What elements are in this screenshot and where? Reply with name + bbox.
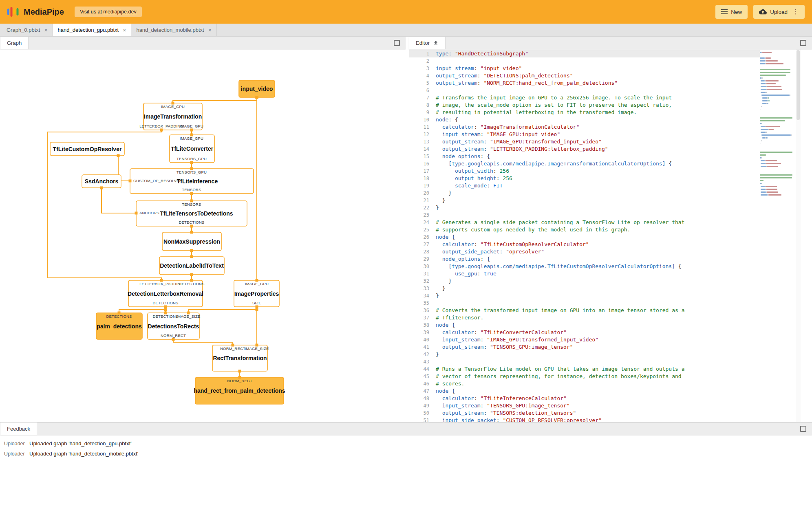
code-line[interactable]: 25# supports custom ops needed by the mo… — [409, 226, 760, 233]
svg-text:IMAGE_GPU: IMAGE_GPU — [180, 124, 203, 128]
code-line[interactable]: 51 input_side_packet: "CUSTOM_OP_RESOLVE… — [409, 417, 760, 422]
code-line[interactable]: 44# Runs a TensorFlow Lite model on GPU … — [409, 365, 760, 373]
graph-node-hand_rect_from_palm_detections[interactable]: hand_rect_from_palm_detectionsNORM_RECT — [194, 377, 285, 404]
svg-text:IMAGE_SIZE: IMAGE_SIZE — [176, 314, 200, 319]
graph-node-DetectionsToRects[interactable]: DetectionsToRectsDETECTIONSIMAGE_SIZENOR… — [148, 313, 201, 339]
code-line[interactable]: 17 output_width: 256 — [409, 167, 760, 175]
mediapipe-dev-link[interactable]: mediapipe.dev — [103, 9, 136, 15]
code-line[interactable]: 32 } — [409, 277, 760, 285]
tab-editor[interactable]: Editor — [409, 37, 446, 49]
code-line[interactable]: 15 node_options: { — [409, 153, 760, 160]
code-line[interactable]: 35 — [409, 299, 760, 307]
tab-feedback[interactable]: Feedback — [0, 422, 37, 435]
code-line[interactable]: 38node { — [409, 321, 760, 329]
code-line[interactable]: 24# Generates a single side packet conta… — [409, 219, 760, 226]
expand-graph-icon[interactable] — [394, 40, 400, 46]
svg-text:IMAGE_SIZE: IMAGE_SIZE — [245, 346, 269, 351]
code-line[interactable]: 40 input_stream: "IMAGE_GPU:transformed_… — [409, 336, 760, 343]
graph-node-input_video[interactable]: input_video — [239, 80, 275, 97]
code-line[interactable]: 3input_stream: "input_video" — [409, 65, 760, 72]
tab-hand-detection-gpu-pbtxt[interactable]: hand_detection_gpu.pbtxt × — [53, 24, 132, 36]
code-line[interactable]: 18 output_height: 256 — [409, 175, 760, 182]
graph-pane: Graph input_videoImageTransformationIMAG… — [0, 37, 406, 422]
graph-node-TfLiteTensorsToDetections[interactable]: TfLiteTensorsToDetectionsTENSORSDETECTIO… — [136, 201, 247, 226]
code-editor[interactable]: 1type: "HandDetectionSubgraph"2 3input_s… — [409, 49, 760, 422]
graph-node-DetectionLetterboxRemoval[interactable]: DetectionLetterboxRemovalLETTERBOX_PADDI… — [128, 280, 205, 307]
svg-text:SIZE: SIZE — [252, 301, 261, 305]
close-tab-icon[interactable]: × — [123, 27, 126, 33]
code-line[interactable]: 19 scale_mode: FIT — [409, 182, 760, 189]
code-line[interactable]: 45# vector of tensors representing, for … — [409, 373, 760, 380]
kebab-menu-icon[interactable]: ⋮ — [792, 9, 799, 15]
minimap[interactable] — [760, 49, 796, 422]
code-line[interactable]: 6 — [409, 87, 760, 94]
code-line[interactable]: 39 calculator: "TfLiteConverterCalculato… — [409, 329, 760, 336]
graph-tab-label: Graph — [7, 40, 22, 46]
code-line[interactable]: 11 calculator: "ImageTransformationCalcu… — [409, 123, 760, 131]
code-line[interactable]: 8# image, the scale_mode option is set t… — [409, 101, 760, 109]
code-line[interactable]: 9# resulting in potential letterboxing i… — [409, 109, 760, 116]
tab-hand-detection-mobile-pbtxt[interactable]: hand_detection_mobile.pbtxt × — [131, 24, 216, 36]
close-tab-icon[interactable]: × — [44, 27, 47, 33]
code-line[interactable]: 1type: "HandDetectionSubgraph" — [409, 50, 760, 57]
code-line[interactable]: 7# Transforms the input image on GPU to … — [409, 94, 760, 101]
graph-node-RectTransformation[interactable]: RectTransformationNORM_RECTIMAGE_SIZE — [212, 345, 269, 371]
tab-graph[interactable]: Graph — [0, 37, 29, 49]
feedback-panel: Feedback Uploader Uploaded graph 'hand_d… — [0, 422, 812, 506]
code-line[interactable]: 4output_stream: "DETECTIONS:palm_detecti… — [409, 72, 760, 79]
code-line[interactable]: 28 output_side_packet: "opresolver" — [409, 248, 760, 255]
code-line[interactable]: 36# Converts the transformed input image… — [409, 307, 760, 314]
code-line[interactable]: 47node { — [409, 387, 760, 395]
svg-text:TfLiteCustomOpResolver: TfLiteCustomOpResolver — [53, 146, 122, 152]
code-line[interactable]: 37# TfLiteTensor. — [409, 314, 760, 321]
graph-node-TfLiteCustomOpResolver[interactable]: TfLiteCustomOpResolver — [50, 142, 124, 156]
code-line[interactable]: 33 } — [409, 285, 760, 292]
code-line[interactable]: 31 use_gpu: true — [409, 270, 760, 277]
code-line[interactable]: 46# scores. — [409, 380, 760, 387]
code-line[interactable]: 21 } — [409, 197, 760, 204]
code-line[interactable]: 34} — [409, 292, 760, 299]
close-tab-icon[interactable]: × — [208, 27, 212, 33]
code-line[interactable]: 14 output_stream: "LETTERBOX_PADDING:let… — [409, 145, 760, 153]
code-line[interactable]: 41 output_stream: "TENSORS_GPU:image_ten… — [409, 343, 760, 351]
graph-node-SsdAnchors[interactable]: SsdAnchors — [82, 175, 121, 188]
graph-node-ImageProperties[interactable]: ImagePropertiesIMAGE_GPUSIZE — [234, 280, 279, 307]
code-line[interactable]: 50 output_stream: "TENSORS:detection_ten… — [409, 409, 760, 417]
feedback-entry: Uploader Uploaded graph 'hand_detection_… — [0, 449, 812, 459]
code-line[interactable]: 20 } — [409, 189, 760, 197]
code-line[interactable]: 22} — [409, 204, 760, 211]
graph-node-TfLiteConverter[interactable]: TfLiteConverterIMAGE_GPUTENSORS_GPU — [170, 135, 214, 163]
graph-node-DetectionLabelIdToText[interactable]: DetectionLabelIdToText — [159, 257, 224, 275]
code-line[interactable]: 12 input_stream: "IMAGE_GPU:input_video" — [409, 131, 760, 138]
svg-text:DETECTIONS: DETECTIONS — [106, 314, 132, 319]
graph-node-NonMaxSuppression[interactable]: NonMaxSuppression — [162, 232, 221, 251]
code-line[interactable]: 5output_stream: "NORM_RECT:hand_rect_fro… — [409, 79, 760, 87]
code-line[interactable]: 43 — [409, 358, 760, 365]
code-line[interactable]: 16 [type.googleapis.com/mediapipe.ImageT… — [409, 160, 760, 167]
code-line[interactable]: 13 output_stream: "IMAGE_GPU:transformed… — [409, 138, 760, 145]
expand-feedback-icon[interactable] — [800, 426, 806, 432]
code-line[interactable]: 23 — [409, 211, 760, 219]
code-line[interactable]: 27 calculator: "TfLiteCustomOpResolverCa… — [409, 241, 760, 248]
expand-editor-icon[interactable] — [800, 40, 806, 46]
code-line[interactable]: 2 — [409, 57, 760, 65]
graph-canvas[interactable]: input_videoImageTransformationIMAGE_GPUL… — [0, 49, 406, 422]
code-line[interactable]: 30 [type.googleapis.com/mediapipe.TfLite… — [409, 263, 760, 270]
scrollbar-thumb[interactable] — [797, 50, 800, 120]
tab-graph-0-pbtxt[interactable]: Graph_0.pbtxt × — [2, 24, 53, 36]
code-line[interactable]: 10node: { — [409, 116, 760, 123]
code-line[interactable]: 48 calculator: "TfLiteInferenceCalculato… — [409, 395, 760, 402]
code-line[interactable]: 49 input_stream: "TENSORS_GPU:image_tens… — [409, 402, 760, 409]
feedback-header: Feedback — [0, 422, 812, 435]
upload-button[interactable]: Upload ⋮ — [753, 5, 805, 19]
graph-node-palm_detections[interactable]: palm_detectionsDETECTIONS — [96, 313, 142, 339]
download-icon[interactable] — [433, 40, 439, 46]
svg-text:TENSORS_GPU: TENSORS_GPU — [177, 156, 207, 161]
graph-node-ImageTransformation[interactable]: ImageTransformationIMAGE_GPULETTERBOX_PA… — [139, 103, 203, 130]
code-line[interactable]: 26node { — [409, 233, 760, 241]
code-line[interactable]: 29 node_options: { — [409, 255, 760, 263]
graph-node-TfLiteInference[interactable]: TfLiteInferenceTENSORS_GPUTENSORSCUSTOM_… — [130, 169, 254, 194]
new-button[interactable]: New — [715, 5, 748, 19]
editor-scrollbar[interactable] — [796, 49, 801, 422]
code-line[interactable]: 42} — [409, 351, 760, 358]
